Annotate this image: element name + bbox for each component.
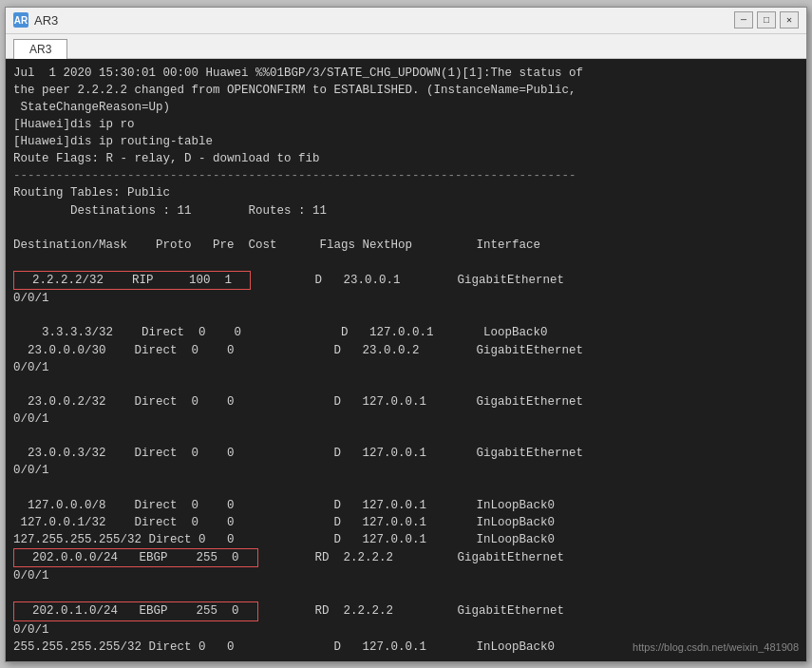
cmd-line-1: [Huawei]dis ip ro: [13, 116, 799, 133]
highlight-ebgp1: 202.0.0.0/24 EBGP 255 0: [13, 548, 258, 567]
log-line-3: StateChangeReason=Up): [13, 99, 799, 116]
highlight-ebgp2: 202.0.1.0/24 EBGP 255 0: [13, 601, 258, 620]
route-127-0: 127.0.0.0/8 Direct 0 0 D 127.0.0.1 InLoo…: [13, 497, 799, 514]
route-loopback: 3.3.3.3/32 Direct 0 0 D 127.0.0.1 LoopBa…: [13, 324, 799, 341]
title-bar-left: AR AR3: [13, 12, 58, 28]
ebgp1-rest: RD 2.2.2.2 GigabitEthernet: [258, 549, 565, 566]
terminal-area[interactable]: Jul 1 2020 15:30:01 00:00 Huawei %%01BGP…: [6, 59, 806, 661]
route-23-2: 23.0.0.2/32 Direct 0 0 D 127.0.0.1 Gigab…: [13, 393, 799, 410]
ebgp2-iface: 0/0/1: [13, 621, 799, 639]
route-127-255: 127.255.255.255/32 Direct 0 0 D 127.0.0.…: [13, 531, 799, 548]
route-23-2-iface: 0/0/1: [13, 410, 799, 428]
rip-iface2: 0/0/1: [13, 290, 799, 307]
route-127-1: 127.0.0.1/32 Direct 0 0 D 127.0.0.1 InLo…: [13, 514, 799, 531]
maximize-button[interactable]: □: [757, 11, 776, 29]
empty-line-2: [13, 254, 799, 271]
window-title: AR3: [34, 13, 58, 28]
log-line-2: the peer 2.2.2.2 changed from OPENCONFIR…: [13, 82, 799, 99]
empty-line-7: [13, 584, 799, 601]
empty-line-5: [13, 428, 799, 445]
close-button[interactable]: ✕: [780, 11, 799, 29]
empty-line-8: [13, 656, 799, 661]
empty-line-6: [13, 480, 799, 497]
minimize-button[interactable]: ─: [734, 11, 753, 29]
cmd-line-2: [Huawei]dis ip routing-table: [13, 133, 799, 150]
empty-line-1: [13, 219, 799, 237]
routing-destinations: Destinations : 11 Routes : 11: [13, 202, 799, 219]
window-controls: ─ □ ✕: [734, 11, 799, 29]
route-flags: Route Flags: R - relay, D - download to …: [13, 150, 799, 167]
route-23-0: 23.0.0.0/30 Direct 0 0 D 23.0.0.2 Gigabi…: [13, 342, 799, 359]
main-window: AR AR3 ─ □ ✕ AR3 Jul 1 2020 15:30:01 00:…: [5, 7, 807, 662]
separator: ----------------------------------------…: [13, 167, 799, 184]
rip-rest: D 23.0.0.1 GigabitEthernet: [251, 272, 564, 289]
route-row-rip: 2.2.2.2/32 RIP 100 1 D 23.0.0.1 GigabitE…: [13, 271, 799, 290]
empty-line-3: [13, 307, 799, 324]
route-23-3-iface: 0/0/1: [13, 462, 799, 479]
route-ebgp1-row: 202.0.0.0/24 EBGP 255 0 RD 2.2.2.2 Gigab…: [13, 548, 799, 567]
tab-ar3[interactable]: AR3: [13, 39, 67, 59]
log-line-1: Jul 1 2020 15:30:01 00:00 Huawei %%01BGP…: [13, 65, 799, 82]
route-23-3: 23.0.0.3/32 Direct 0 0 D 127.0.0.1 Gigab…: [13, 445, 799, 462]
app-icon: AR: [13, 12, 28, 28]
column-header: Destination/Mask Proto Pre Cost Flags Ne…: [13, 237, 799, 254]
routing-tables-header: Routing Tables: Public: [13, 184, 799, 201]
title-bar: AR AR3 ─ □ ✕: [6, 8, 806, 34]
route-ebgp2-row: 202.0.1.0/24 EBGP 255 0 RD 2.2.2.2 Gigab…: [13, 601, 799, 620]
ebgp2-rest: RD 2.2.2.2 GigabitEthernet: [258, 602, 565, 620]
highlight-rip: 2.2.2.2/32 RIP 100 1: [13, 271, 251, 290]
empty-line-4: [13, 376, 799, 393]
route-23-0-iface: 0/0/1: [13, 359, 799, 376]
tab-bar: AR3: [6, 34, 806, 59]
watermark: https://blog.csdn.net/weixin_481908: [633, 640, 799, 656]
ebgp1-iface: 0/0/1: [13, 567, 799, 584]
